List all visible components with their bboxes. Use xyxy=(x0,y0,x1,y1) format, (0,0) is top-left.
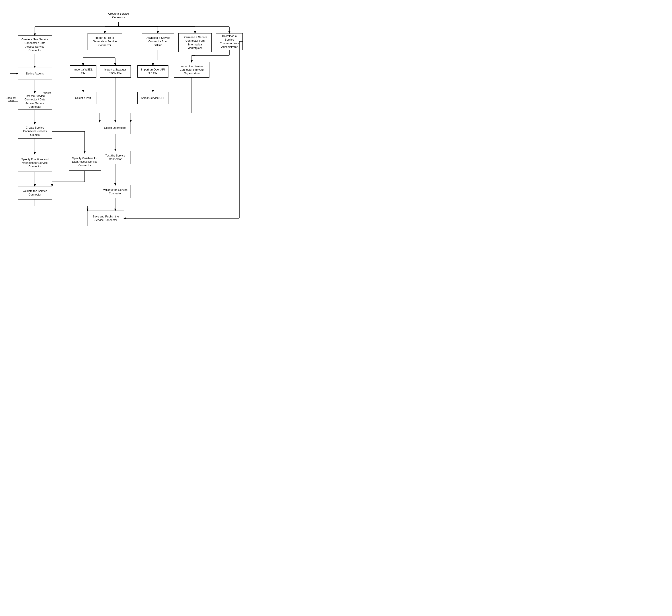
flowchart-diagram: Create a Service Connector Create a New … xyxy=(4,4,239,222)
box-save-publish: Save and Publish the Service Connector xyxy=(88,211,124,226)
box-specify-funcs: Specify Functions and Variables for Serv… xyxy=(18,154,52,172)
label-works: Works xyxy=(42,92,53,95)
box-import-swagger: Import a Swagger JSON File xyxy=(100,65,131,78)
box-select-service-url: Select Service URL xyxy=(137,92,168,104)
box-import-openapi: Import an OpenAPI 3.0 File xyxy=(137,65,168,78)
box-validate-sc-left: Validate the Service Connector xyxy=(18,186,52,199)
box-select-ops: Select Operations xyxy=(100,122,131,134)
box-select-port: Select a Port xyxy=(70,92,96,104)
box-import-org: Import the Service Connector into your O… xyxy=(174,62,209,78)
box-specify-vars: Specify Variables for Data Access Servic… xyxy=(69,153,101,171)
box-test-dasc: Test the Service Connector / Data Access… xyxy=(18,93,52,110)
box-create-process-obj: Create Service Connector Process Objects xyxy=(18,124,52,139)
box-create-new: Create a New Service Connector / Data Ac… xyxy=(18,35,52,54)
box-validate-sc-right: Validate the Service Connector xyxy=(100,185,131,198)
box-test-sc: Test the Service Connector xyxy=(100,151,131,164)
box-import-file: Import a File to Generate a Service Conn… xyxy=(88,33,122,50)
box-create-sc: Create a Service Connector xyxy=(102,9,135,22)
box-import-wsdl: Import a WSDL File xyxy=(70,65,96,78)
label-does-not-work: Does not work xyxy=(4,96,17,103)
box-download-marketplace: Download a Service Connector from Inform… xyxy=(178,33,212,52)
box-define-actions: Define Actions xyxy=(18,68,52,80)
box-download-admin: Download a Service Connector from Admini… xyxy=(216,33,243,50)
box-download-github: Download a Service Connector from GitHub xyxy=(142,33,174,50)
